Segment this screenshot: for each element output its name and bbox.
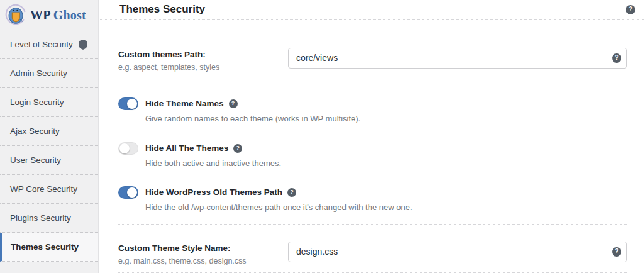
main-panel: Themes Security ? Custom themes Path: e.…: [99, 0, 644, 273]
help-icon[interactable]: ?: [233, 144, 242, 153]
hide-all-themes-body: Hide All The Themes ? Hide both active a…: [145, 142, 281, 168]
main-header: Themes Security ?: [99, 0, 644, 20]
custom-theme-style-name-input[interactable]: [288, 242, 627, 262]
sidebar-item-label: Level of Security: [10, 40, 73, 49]
hide-old-themes-path-toggle[interactable]: [118, 186, 138, 199]
custom-theme-style-name-input-wrap: ?: [288, 242, 627, 262]
toggle-knob: [127, 187, 137, 198]
sidebar-item-ajax-security[interactable]: Ajax Security: [0, 117, 98, 146]
hide-all-themes-label: Hide All The Themes: [145, 142, 228, 155]
sidebar-item-label: Ajax Security: [10, 126, 60, 136]
toggle-knob: [119, 143, 130, 153]
custom-themes-path-input-wrap: ?: [288, 48, 627, 69]
shield-icon: [79, 40, 87, 50]
sidebar: WPGhost Level of Security Admin Security…: [0, 0, 99, 273]
sidebar-item-login-security[interactable]: Login Security: [0, 88, 98, 117]
sidebar-item-themes-security[interactable]: Themes Security: [0, 233, 98, 262]
wp-ghost-settings-window: WPGhost Level of Security Admin Security…: [0, 0, 644, 273]
hide-old-themes-path-body: Hide WordPress Old Themes Path ? Hide th…: [145, 186, 413, 212]
help-icon[interactable]: ?: [626, 5, 635, 14]
custom-themes-path-labels: Custom themes Path: e.g. aspect, templat…: [118, 48, 288, 72]
wp-ghost-mascot-icon: [5, 4, 28, 26]
help-icon[interactable]: ?: [612, 53, 621, 63]
hide-theme-names-label: Hide Theme Names: [145, 98, 224, 110]
sidebar-item-label: WP Core Security: [10, 184, 77, 194]
custom-themes-path-row: Custom themes Path: e.g. aspect, templat…: [118, 48, 627, 72]
hide-theme-names-description: Give random names to each theme (works i…: [145, 114, 360, 123]
custom-theme-style-name-labels: Custom Theme Style Name: e.g. main.css, …: [118, 242, 288, 265]
wp-ghost-logo: WPGhost: [0, 0, 98, 30]
sidebar-item-admin-security[interactable]: Admin Security: [0, 59, 98, 88]
hide-old-themes-path-row: Hide WordPress Old Themes Path ? Hide th…: [118, 186, 627, 212]
section-divider: [118, 224, 627, 225]
themes-security-form: Custom themes Path: e.g. aspect, templat…: [99, 20, 644, 273]
sidebar-item-label: Admin Security: [10, 69, 67, 78]
sidebar-item-user-security[interactable]: User Security: [0, 146, 98, 175]
hide-all-themes-toggle[interactable]: [118, 142, 138, 155]
page-title: Themes Security: [119, 3, 205, 16]
sidebar-item-label: User Security: [10, 155, 61, 165]
hide-all-themes-description: Hide both active and inactive themes.: [145, 159, 281, 168]
custom-themes-path-hint: e.g. aspect, templates, styles: [118, 63, 288, 72]
help-icon[interactable]: ?: [612, 247, 621, 257]
custom-themes-path-label: Custom themes Path:: [118, 49, 288, 60]
toggle-knob: [127, 99, 137, 109]
sidebar-item-level-of-security[interactable]: Level of Security: [0, 30, 98, 59]
custom-themes-path-input[interactable]: [288, 48, 627, 69]
sidebar-item-wp-core-security[interactable]: WP Core Security: [0, 175, 98, 204]
help-icon[interactable]: ?: [229, 99, 238, 108]
help-icon[interactable]: ?: [287, 188, 296, 197]
sidebar-item-label: Plugins Security: [10, 213, 71, 223]
hide-theme-names-body: Hide Theme Names ? Give random names to …: [145, 98, 360, 123]
custom-theme-style-name-row: Custom Theme Style Name: e.g. main.css, …: [118, 242, 627, 265]
sidebar-item-label: Login Security: [10, 98, 64, 107]
sidebar-item-plugins-security[interactable]: Plugins Security: [0, 204, 98, 233]
logo-ghost: Ghost: [53, 8, 86, 22]
custom-theme-style-name-hint: e.g. main.css, theme.css, design.css: [118, 257, 288, 265]
hide-theme-names-toggle[interactable]: [118, 98, 138, 110]
custom-theme-style-name-label: Custom Theme Style Name:: [118, 243, 288, 254]
hide-all-themes-row: Hide All The Themes ? Hide both active a…: [118, 142, 627, 168]
sidebar-item-label: Themes Security: [11, 242, 79, 252]
hide-old-themes-path-label: Hide WordPress Old Themes Path: [145, 186, 282, 199]
logo-wp: WP: [30, 8, 51, 22]
hide-old-themes-path-description: Hide the old /wp-content/themes path onc…: [145, 203, 413, 212]
logo-text: WPGhost: [30, 8, 86, 23]
hide-theme-names-row: Hide Theme Names ? Give random names to …: [118, 98, 627, 123]
